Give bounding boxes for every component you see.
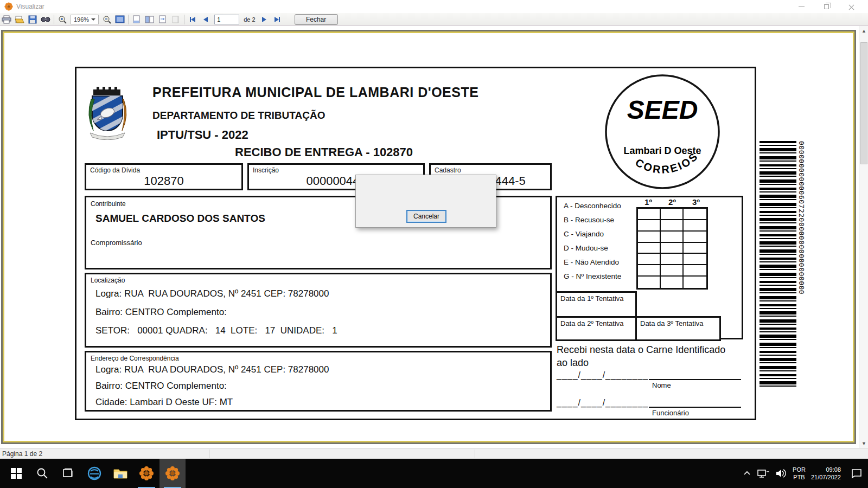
zoom-level-dropdown[interactable]: 196% bbox=[71, 15, 99, 24]
find-button[interactable] bbox=[39, 14, 52, 25]
layout-two-pages-button[interactable] bbox=[143, 14, 156, 25]
first-page-button[interactable] bbox=[186, 14, 199, 25]
app-flower-task-button[interactable] bbox=[133, 459, 159, 488]
attempt-cell bbox=[661, 243, 684, 254]
scroll-down-icon[interactable]: ▼ bbox=[859, 439, 868, 448]
speaker-icon[interactable] bbox=[775, 468, 787, 478]
attempt-cell bbox=[661, 277, 684, 288]
layout-multi-icon bbox=[171, 15, 180, 24]
localizacao-label: Localização bbox=[91, 277, 125, 284]
internet-explorer-button[interactable] bbox=[81, 459, 107, 488]
code-item: D - Mudou-se bbox=[564, 244, 608, 252]
chevron-down-icon bbox=[91, 18, 95, 21]
last-page-button[interactable] bbox=[271, 14, 284, 25]
tentativa-3-box: Data da 3º Tentativa bbox=[635, 316, 721, 341]
find-icon bbox=[41, 15, 50, 24]
endereco-logradouro: Logra: RUA RUA DOURADOS, Nº 2451 CEP: 78… bbox=[95, 364, 329, 375]
zoom-out-icon bbox=[103, 15, 112, 24]
start-icon bbox=[10, 467, 22, 479]
attempt-cell bbox=[684, 232, 706, 243]
recibo-document: PREFEITURA MUNICIPAL DE LAMBARI D'OESTE … bbox=[75, 67, 756, 420]
header-iptu: IPTU/TSU - 2022 bbox=[157, 128, 248, 142]
status-bar: Página 1 de 2 bbox=[0, 448, 868, 459]
field-value: 102870 bbox=[86, 174, 241, 188]
network-icon[interactable] bbox=[757, 468, 770, 478]
attempt-cell bbox=[638, 254, 661, 265]
localizacao-setor: SETOR: 00001 QUADRA: 14 LOTE: 17 UNIDADE… bbox=[95, 325, 337, 336]
layout-multi-button[interactable] bbox=[169, 14, 182, 25]
localizacao-bairro: Bairro: CENTRO Complemento: bbox=[95, 307, 227, 318]
language-indicator[interactable]: POR PTB bbox=[793, 466, 806, 481]
attempt-cell bbox=[684, 220, 706, 232]
scroll-up-icon[interactable]: ▲ bbox=[859, 26, 868, 35]
first-page-icon bbox=[191, 17, 195, 22]
zoom-out-button[interactable] bbox=[100, 14, 113, 25]
prev-page-button[interactable] bbox=[199, 14, 212, 25]
header-prefeitura: PREFEITURA MUNICIPAL DE LAMBARI D'OESTE bbox=[152, 85, 478, 100]
attempt-cell bbox=[638, 209, 661, 220]
layout-two-pages-icon bbox=[145, 15, 155, 24]
close-icon bbox=[848, 4, 854, 10]
statusbar-separator bbox=[475, 450, 475, 458]
compromissario-label: Compromissário bbox=[91, 239, 142, 247]
nome-label: Nome bbox=[652, 381, 671, 389]
restore-icon bbox=[824, 4, 829, 9]
delivery-codes-panel: A - Desconhecido B - Recusou-se C - Viaj… bbox=[556, 196, 743, 339]
scrollbar-thumb[interactable] bbox=[860, 42, 867, 164]
next-page-icon bbox=[262, 17, 266, 22]
layout-single-button[interactable] bbox=[130, 14, 143, 25]
file-explorer-icon bbox=[113, 467, 127, 479]
tentativa-1-label: Data da 1º Tentativa bbox=[560, 294, 624, 303]
field-label: Inscrição bbox=[253, 166, 279, 174]
print-button[interactable] bbox=[0, 14, 13, 25]
page-number-input[interactable] bbox=[214, 15, 239, 24]
action-center-icon[interactable] bbox=[851, 468, 863, 479]
open-button[interactable] bbox=[13, 14, 26, 25]
vertical-scrollbar[interactable]: ▲ ▼ bbox=[859, 26, 868, 448]
internet-explorer-icon bbox=[87, 466, 101, 480]
attempt-cell bbox=[638, 265, 661, 277]
code-item: B - Recusou-se bbox=[564, 216, 614, 224]
tentativa-2-box: Data da 2º Tentativa bbox=[556, 316, 637, 341]
fechar-button[interactable]: Fechar bbox=[295, 14, 338, 25]
field-codigo-divida: Código da Dívida 102870 bbox=[85, 163, 243, 190]
attempt-cell bbox=[684, 209, 706, 220]
tentativa-2-label: Data da 2º Tentativa bbox=[560, 319, 624, 328]
layout-page-width-button[interactable] bbox=[156, 14, 169, 25]
header-recibo: RECIBO DE ENTREGA - 102870 bbox=[235, 145, 413, 159]
next-page-button[interactable] bbox=[258, 14, 271, 25]
endereco-label: Endereço de Correspondência bbox=[91, 355, 179, 362]
taskbar-search-button[interactable] bbox=[29, 459, 55, 488]
app-flower-icon bbox=[165, 466, 180, 480]
chevron-up-icon[interactable] bbox=[743, 470, 751, 477]
window-title: Visualizar bbox=[16, 3, 44, 10]
app-flower-icon bbox=[4, 2, 13, 11]
close-button[interactable] bbox=[839, 0, 864, 13]
layout-single-icon bbox=[132, 15, 141, 24]
language-line2: PTB bbox=[793, 473, 806, 481]
full-screen-button[interactable] bbox=[113, 14, 126, 25]
full-screen-icon bbox=[115, 15, 125, 23]
endereco-bairro: Bairro: CENTRO Complemento: bbox=[95, 381, 227, 391]
toolbar-separator bbox=[54, 15, 54, 24]
print-icon bbox=[2, 15, 11, 24]
title-bar: Visualizar bbox=[0, 0, 868, 13]
save-button[interactable] bbox=[26, 14, 39, 25]
attempt-cell bbox=[684, 254, 706, 265]
restore-button[interactable] bbox=[814, 0, 839, 13]
file-explorer-button[interactable] bbox=[107, 459, 133, 488]
attempt-cell bbox=[638, 220, 661, 232]
start-button[interactable] bbox=[3, 459, 29, 488]
toolbar: 196% de 2 Fechar bbox=[0, 13, 868, 26]
minimize-button[interactable] bbox=[789, 0, 814, 13]
cancelar-button[interactable]: Cancelar bbox=[406, 210, 446, 223]
status-page-indicator: Página 1 de 2 bbox=[2, 450, 42, 458]
prev-page-icon bbox=[203, 17, 208, 22]
zoom-in-button[interactable] bbox=[56, 14, 69, 25]
field-label: Código da Dívida bbox=[90, 166, 140, 174]
app-flower-task-button-active[interactable] bbox=[159, 459, 186, 488]
taskbar-clock[interactable]: 09:08 21/07/2022 bbox=[811, 466, 841, 481]
open-icon bbox=[15, 15, 24, 24]
toolbar-separator bbox=[184, 15, 184, 24]
task-view-button[interactable] bbox=[55, 459, 81, 488]
